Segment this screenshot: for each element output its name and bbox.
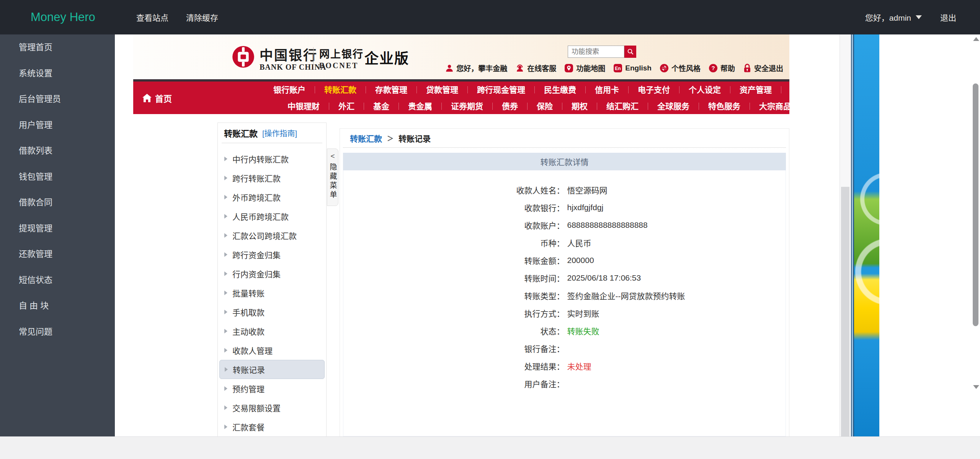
- menu-item-transaction-limit[interactable]: 交易限额设置: [218, 398, 326, 417]
- search-input[interactable]: [568, 46, 624, 58]
- arrow-right-icon: [224, 252, 227, 257]
- logout-link[interactable]: 退出: [940, 11, 956, 23]
- online-service-label: 在线客服: [527, 63, 556, 73]
- inner-scrollbar-thumb[interactable]: [841, 187, 849, 436]
- view-site-link[interactable]: 查看站点: [136, 11, 168, 23]
- detail-label: 银行备注：: [343, 343, 565, 354]
- secure-logout-label: 安全退出: [754, 63, 783, 73]
- nav-row-2: 中银理财 外汇 基金 贵金属 证券期货 债券 保险 期权 结汇购汇 全球服务 特…: [278, 98, 800, 114]
- nav-item-transfer[interactable]: 转账汇款: [315, 86, 366, 93]
- sidebar-item-admins[interactable]: 后台管理员: [0, 86, 115, 112]
- nav-item-livelihood-pay[interactable]: 民生缴费: [535, 86, 586, 93]
- outer-scroll-up-icon[interactable]: [973, 37, 979, 41]
- nav-item-bonds[interactable]: 债券: [493, 103, 528, 110]
- menu-item-active-collection[interactable]: 主动收款: [218, 322, 326, 341]
- nav-item-epay[interactable]: 电子支付: [629, 86, 679, 93]
- nav-home[interactable]: 首页: [142, 82, 172, 114]
- menu-item-cross-bank-transfer[interactable]: 跨行转账汇款: [218, 168, 326, 188]
- menu-item-rmb-cross-border[interactable]: 人民币跨境汇款: [218, 207, 326, 226]
- sidebar-item-repayment[interactable]: 还款管理: [0, 241, 115, 267]
- nav-item-bank-accounts[interactable]: 银行账户: [264, 86, 315, 93]
- sidebar-item-home[interactable]: 管理首页: [0, 34, 115, 60]
- outer-scroll-down-icon[interactable]: [973, 385, 979, 389]
- english-link[interactable]: En English: [613, 64, 652, 73]
- nav-item-precious-metals[interactable]: 贵金属: [399, 103, 442, 110]
- nav-item-entrepreneur-services[interactable]: 企业家服务: [781, 86, 840, 93]
- function-map-link[interactable]: 功能地图: [564, 63, 605, 73]
- sidebar-item-loan-contract[interactable]: 借款合同: [0, 189, 115, 216]
- menu-item-batch-transfer[interactable]: 批量转账: [218, 283, 326, 302]
- breadcrumb-current: 转账记录: [399, 132, 431, 144]
- bank-nav: 首页 银行账户 转账汇款 存款管理 贷款管理 跨行现金管理 民生缴费 信用卡 电…: [133, 79, 789, 114]
- nav-item-fx-settlement[interactable]: 结汇购汇: [597, 103, 648, 110]
- nav-item-loan[interactable]: 贷款管理: [417, 86, 468, 93]
- sidebar-item-loan-list[interactable]: 借款列表: [0, 138, 115, 164]
- nav-item-options[interactable]: 期权: [562, 103, 597, 110]
- menu-item-intra-bank-transfer[interactable]: 中行内转账汇款: [218, 149, 326, 168]
- menu-item-intra-bank-pooling[interactable]: 行内资金归集: [218, 264, 326, 283]
- arrow-right-icon: [224, 310, 227, 314]
- style-switch-icon: [660, 64, 669, 73]
- nav-item-asset-management[interactable]: 资产管理: [730, 86, 781, 93]
- outer-scrollbar-thumb[interactable]: [973, 83, 978, 326]
- menu-item-transfer-records[interactable]: 转账记录: [219, 360, 325, 379]
- sidebar-item-system-settings[interactable]: 系统设置: [0, 60, 115, 87]
- nav-item-insurance[interactable]: 保险: [528, 103, 562, 110]
- search-button[interactable]: [624, 46, 636, 58]
- detail-label: 状态：: [343, 325, 565, 336]
- header-divider: [313, 47, 314, 69]
- user-icon: [445, 64, 454, 72]
- detail-label: 用户备注：: [343, 378, 565, 389]
- header-utilities: 您好，攀丰金融 在线客服: [445, 63, 783, 73]
- nav-item-forex[interactable]: 外汇: [329, 103, 364, 110]
- menu-items: 中行内转账汇款 跨行转账汇款 外币跨境汇款 人民币跨境汇款 汇款公司跨境汇款 跨…: [218, 143, 326, 436]
- nav-item-credit-card[interactable]: 信用卡: [586, 86, 629, 93]
- sidebar-item-free-block[interactable]: 自 由 块: [0, 293, 115, 319]
- operation-guide-link[interactable]: [操作指南]: [262, 127, 297, 139]
- nav-item-deposit[interactable]: 存款管理: [366, 86, 417, 93]
- brand-logo[interactable]: Money Hero: [31, 0, 95, 34]
- hide-menu-tab[interactable]: < 隐藏菜单: [327, 149, 338, 206]
- service-icon: [515, 64, 524, 73]
- map-pin-icon: [564, 64, 573, 73]
- menu-item-label: 预约管理: [232, 383, 265, 394]
- clear-cache-link[interactable]: 清除缓存: [186, 11, 218, 23]
- detail-label: 处理结果：: [343, 360, 565, 372]
- menu-item-mobile-withdraw[interactable]: 手机取款: [218, 302, 326, 322]
- en-badge-icon: En: [613, 64, 622, 73]
- detail-value: 悟空源码网: [565, 184, 786, 196]
- detail-label: 转账金额：: [343, 255, 565, 266]
- menu-item-foreign-currency-remit[interactable]: 外币跨境汇款: [218, 188, 326, 207]
- user-menu[interactable]: 您好，admin: [865, 11, 922, 23]
- nav-item-securities-futures[interactable]: 证券期货: [442, 103, 493, 110]
- breadcrumb-parent[interactable]: 转账汇款: [350, 132, 382, 144]
- style-switch-link[interactable]: 个性风格: [660, 63, 701, 73]
- menu-item-label: 收款人管理: [232, 345, 273, 356]
- menu-item-payee-management[interactable]: 收款人管理: [218, 341, 326, 360]
- nav-item-cross-bank-cash[interactable]: 跨行现金管理: [468, 86, 535, 93]
- arrow-right-icon: [224, 157, 227, 161]
- nav-item-featured-services[interactable]: 特色服务: [699, 103, 750, 110]
- sidebar-item-wallet[interactable]: 钱包管理: [0, 164, 115, 190]
- help-link[interactable]: ? 帮助: [709, 63, 735, 73]
- sidebar-item-users[interactable]: 用户管理: [0, 112, 115, 138]
- nav-item-personal-settings[interactable]: 个人设定: [679, 86, 730, 93]
- logged-in-user[interactable]: 您好，攀丰金融: [445, 63, 507, 73]
- menu-item-cross-bank-pooling[interactable]: 跨行资金归集: [218, 245, 326, 264]
- menu-item-remit-package[interactable]: 汇款套餐: [218, 417, 326, 436]
- arrow-right-icon: [224, 195, 227, 199]
- sidebar-item-withdraw[interactable]: 提现管理: [0, 216, 115, 242]
- menu-item-reservation-management[interactable]: 预约管理: [218, 379, 326, 398]
- online-service-link[interactable]: 在线客服: [515, 63, 556, 73]
- sidebar-item-faq[interactable]: 常见问题: [0, 319, 115, 345]
- sidebar-item-sms-status[interactable]: 短信状态: [0, 267, 115, 293]
- bank-name-en: BANK OF CHINA: [260, 63, 326, 72]
- detail-row-currency: 币种：人民币: [343, 234, 786, 252]
- secure-logout-link[interactable]: 安全退出: [743, 63, 783, 73]
- nav-item-funds[interactable]: 基金: [364, 103, 399, 110]
- menu-item-remit-company-cross-border[interactable]: 汇款公司跨境汇款: [218, 226, 326, 245]
- nav-item-boc-wealth[interactable]: 中银理财: [278, 103, 329, 110]
- nav-item-commodities[interactable]: 大宗商品: [750, 103, 800, 110]
- detail-title-bar: 转账汇款详情: [343, 153, 786, 170]
- nav-item-global-services[interactable]: 全球服务: [648, 103, 699, 110]
